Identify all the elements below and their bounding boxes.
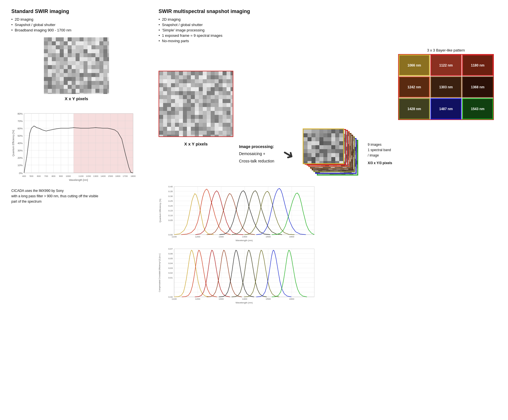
crosstalk-chart: 0.07 0.06 0.05 0.04 0.03 0.02 0.01 0.00 …: [159, 247, 317, 307]
svg-text:1600: 1600: [115, 175, 120, 177]
svg-text:0.20: 0.20: [168, 205, 173, 207]
svg-text:Wavelength (nm): Wavelength (nm): [236, 301, 253, 304]
svg-text:1300: 1300: [219, 235, 224, 238]
svg-rect-1: [74, 113, 133, 173]
svg-text:20%: 20%: [18, 157, 23, 159]
svg-text:60%: 60%: [18, 127, 23, 130]
svg-text:0.30: 0.30: [168, 195, 173, 198]
right-bullet-2: Snapshot / global shutter: [159, 23, 497, 27]
right-bullet-1: 2D imaging: [159, 17, 497, 22]
bayer-cell-8: 1543 nm: [462, 98, 493, 119]
svg-text:1700: 1700: [123, 175, 128, 177]
svg-text:0.10: 0.10: [168, 214, 173, 217]
right-bullets: 2D imaging Snapshot / global shutter 'Si…: [159, 17, 497, 43]
svg-text:1600: 1600: [289, 235, 294, 238]
right-bullet-5: No-moving parts: [159, 39, 497, 43]
main-layout: Standard SWIR imaging 2D imaging Snapsho…: [11, 8, 497, 307]
svg-text:1400: 1400: [101, 175, 106, 177]
size-label: X/3 x Y/3 pixels: [368, 160, 392, 166]
svg-text:0.05: 0.05: [168, 257, 173, 260]
svg-text:Wavelength (nm): Wavelength (nm): [236, 239, 253, 242]
svg-text:1400: 1400: [242, 298, 247, 300]
bayer-cell-3: 1242 nm: [399, 76, 430, 98]
svg-text:1800: 1800: [131, 175, 136, 177]
processing-text: Demosaicing + Cross-talk reduction: [239, 150, 274, 164]
left-image-label: X x Y pixels: [65, 96, 88, 101]
svg-text:1200: 1200: [195, 298, 200, 300]
bayer-label: 3 x 3 Bayer-like pattern: [398, 48, 494, 52]
svg-text:0.15: 0.15: [168, 209, 173, 212]
svg-text:1400: 1400: [242, 235, 247, 238]
left-pixel-image: [44, 37, 109, 94]
svg-text:500: 500: [29, 175, 33, 177]
svg-text:700: 700: [44, 175, 48, 177]
svg-text:30%: 30%: [18, 149, 23, 152]
arrow-right: ➜: [279, 144, 297, 164]
right-pixel-image: [159, 71, 233, 137]
left-bullets: 2D imaging Snapshot / global shutter Bro…: [11, 17, 142, 32]
svg-text:1100: 1100: [172, 298, 177, 300]
svg-text:0.35: 0.35: [168, 190, 173, 193]
bayer-cell-6: 1428 nm: [399, 98, 430, 119]
svg-text:1200: 1200: [86, 175, 91, 177]
svg-text:1000: 1000: [66, 175, 71, 177]
svg-text:400: 400: [22, 175, 26, 177]
svg-text:0.25: 0.25: [168, 200, 173, 202]
svg-text:0.07: 0.07: [168, 248, 173, 250]
svg-text:Compensated Crosstalk Efficien: Compensated Crosstalk Efficiency^(2) [a.…: [159, 254, 161, 292]
bayer-cell-4: 1303 nm: [430, 76, 462, 98]
spectral-qe-chart: 0.40 0.35 0.30 0.25 0.20 0.15 0.10 0.05 …: [159, 185, 317, 245]
svg-text:1500: 1500: [108, 175, 113, 177]
left-title: Standard SWIR imaging: [11, 8, 142, 14]
svg-text:1600: 1600: [289, 298, 294, 300]
left-caption: CICADA uses the IMX990 by Sony with a lo…: [11, 188, 136, 205]
right-image-label: X x Y pixels: [184, 142, 208, 146]
svg-text:0.02: 0.02: [168, 272, 173, 274]
count-label: 9 images 1 spectral band / image: [368, 142, 392, 158]
stacked-images-section: [303, 128, 359, 179]
svg-text:10%: 10%: [18, 164, 23, 167]
right-bullet-4: 1 exposed frame = 9 spectral images: [159, 33, 497, 38]
bayer-cell-1: 1122 nm: [430, 55, 462, 76]
stack-labels: 9 images 1 spectral band / image X/3 x Y…: [368, 142, 392, 166]
svg-text:Wavelength [nm]: Wavelength [nm]: [69, 179, 88, 181]
svg-text:1500: 1500: [266, 235, 271, 238]
left-bullet-3: Broadband imaging 900 - 1700 nm: [11, 28, 142, 32]
svg-text:0.03: 0.03: [168, 267, 173, 269]
svg-text:1100: 1100: [78, 175, 84, 177]
svg-text:600: 600: [37, 175, 41, 177]
svg-text:40%: 40%: [18, 142, 23, 145]
svg-text:Quantum Efficiency (%): Quantum Efficiency (%): [159, 199, 161, 222]
svg-text:70%: 70%: [18, 120, 23, 123]
svg-text:1300: 1300: [219, 298, 224, 300]
processing-bold: Image processing:: [239, 143, 274, 150]
svg-text:900: 900: [59, 175, 63, 177]
left-column: Standard SWIR imaging 2D imaging Snapsho…: [11, 8, 142, 205]
svg-text:0.04: 0.04: [168, 262, 173, 265]
right-bullet-3: 'Simple' image processing: [159, 28, 497, 32]
left-bullet-1: 2D imaging: [11, 17, 142, 22]
right-charts: 0.40 0.35 0.30 0.25 0.20 0.15 0.10 0.05 …: [159, 185, 497, 307]
svg-text:1200: 1200: [195, 235, 200, 238]
right-column: SWIR multispectral snapshot imaging 2D i…: [159, 8, 497, 307]
svg-text:800: 800: [52, 175, 56, 177]
svg-text:1100: 1100: [172, 235, 177, 238]
processing-section: Image processing: Demosaicing + Cross-ta…: [239, 143, 274, 165]
bayer-cell-7: 1487 nm: [430, 98, 462, 119]
left-qe-chart: 80% 70% 60% 50% 40% 30% 20% 10% 0% 400 5…: [11, 111, 136, 184]
svg-text:1300: 1300: [93, 175, 98, 177]
svg-text:80%: 80%: [18, 112, 23, 115]
right-title: SWIR multispectral snapshot imaging: [159, 8, 497, 14]
bayer-cell-0: 1066 nm: [399, 55, 430, 76]
svg-text:50%: 50%: [18, 134, 23, 137]
svg-text:0%: 0%: [19, 172, 23, 175]
bayer-cell-2: 1180 nm: [462, 55, 493, 76]
right-image-section: X x Y pixels: [159, 71, 233, 151]
svg-text:0.05: 0.05: [168, 219, 173, 222]
left-bullet-2: Snapshot / global shutter: [11, 23, 142, 27]
svg-text:Quantum Efficiency [%]: Quantum Efficiency [%]: [12, 130, 15, 156]
svg-text:0.01: 0.01: [168, 277, 173, 279]
svg-text:0.40: 0.40: [168, 185, 173, 188]
bayer-grid: 1066 nm 1122 nm 1180 nm 1242 nm 1303 nm …: [398, 54, 494, 120]
svg-text:1500: 1500: [266, 298, 271, 300]
